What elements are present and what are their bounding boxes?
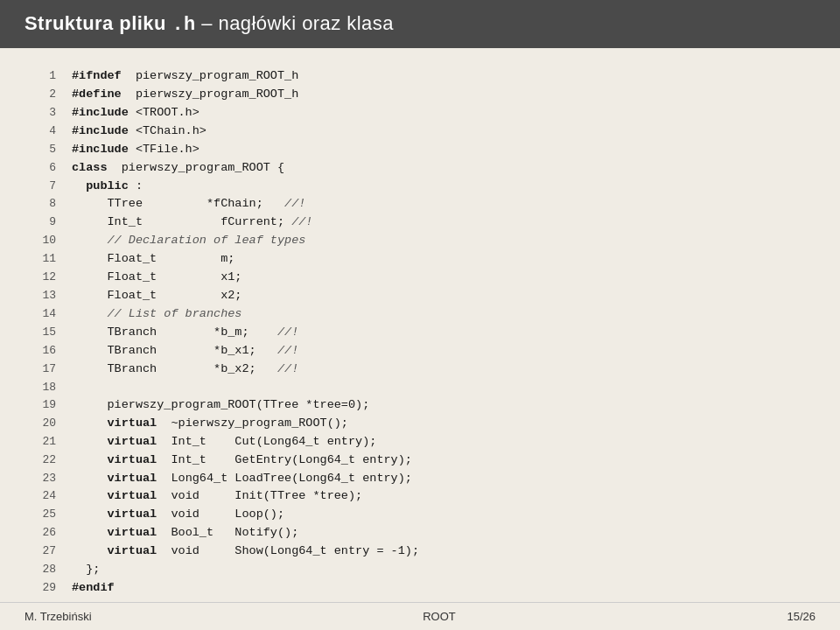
table-row: 20 virtual ~pierwszy_program_ROOT(); — [32, 415, 808, 433]
line-number: 5 — [32, 141, 56, 158]
line-number: 25 — [32, 506, 56, 523]
line-content: #endif — [72, 579, 115, 598]
table-row: 14 // List of branches — [32, 305, 808, 324]
table-row: 16 TBranch *b_x1; //! — [32, 342, 808, 360]
table-row: 11 Float_t m; — [32, 250, 808, 269]
line-content: virtual Bool_t Notify(); — [72, 524, 298, 542]
line-number: 24 — [32, 487, 56, 505]
line-content: }; — [72, 561, 100, 579]
slide-footer: M. Trzebiński ROOT 15/26 — [0, 602, 840, 630]
table-row: 9 Int_t fCurrent; //! — [32, 214, 808, 232]
line-number: 14 — [32, 305, 56, 323]
table-row: 12 Float_t x1; — [32, 269, 808, 287]
table-row: 25 virtual void Loop(); — [32, 506, 808, 524]
table-row: 2#define pierwszy_program_ROOT_h — [32, 86, 808, 104]
table-row: 23 virtual Long64_t LoadTree(Long64_t en… — [32, 470, 808, 488]
line-content: #define pierwszy_program_ROOT_h — [72, 86, 298, 104]
table-row: 19 pierwszy_program_ROOT(TTree *tree=0); — [32, 396, 808, 415]
line-content: virtual void Show(Long64_t entry = -1); — [72, 542, 419, 561]
line-number: 19 — [32, 396, 56, 414]
table-row: 29#endif — [32, 579, 808, 598]
line-content: Float_t x1; — [72, 269, 242, 287]
table-row: 4#include <TChain.h> — [32, 122, 808, 141]
line-number: 3 — [32, 104, 56, 122]
line-content: virtual ~pierwszy_program_ROOT(); — [72, 415, 348, 433]
line-number: 16 — [32, 342, 56, 360]
table-row: 18 — [32, 379, 808, 396]
table-row: 5#include <TFile.h> — [32, 141, 808, 159]
table-row: 1#ifndef pierwszy_program_ROOT_h — [32, 67, 808, 86]
slide-header: Struktura pliku .h – nagłówki oraz klasa — [0, 0, 840, 48]
line-number: 13 — [32, 287, 56, 304]
header-title-main: Struktura pliku — [24, 12, 172, 34]
table-row: 3#include <TROOT.h> — [32, 104, 808, 122]
line-number: 29 — [32, 579, 56, 597]
line-number: 23 — [32, 470, 56, 487]
line-number: 27 — [32, 542, 56, 560]
line-content: virtual Int_t Cut(Long64_t entry); — [72, 433, 376, 452]
table-row: 8 TTree *fChain; //! — [32, 195, 808, 214]
line-content: class pierwszy_program_ROOT { — [72, 159, 284, 178]
header-title: Struktura pliku .h – nagłówki oraz klasa — [24, 12, 394, 34]
table-row: 6class pierwszy_program_ROOT { — [32, 159, 808, 178]
line-content: virtual void Init(TTree *tree); — [72, 487, 362, 506]
table-row: 24 virtual void Init(TTree *tree); — [32, 487, 808, 506]
line-content: #include <TROOT.h> — [72, 104, 200, 122]
line-number: 11 — [32, 250, 56, 268]
line-content: TTree *fChain; //! — [72, 195, 305, 214]
line-content: Float_t x2; — [72, 287, 242, 305]
line-content: // List of branches — [72, 305, 242, 324]
header-title-code: .h — [172, 14, 195, 36]
table-row: 27 virtual void Show(Long64_t entry = -1… — [32, 542, 808, 561]
table-row: 15 TBranch *b_m; //! — [32, 324, 808, 342]
line-content: Float_t m; — [72, 250, 234, 269]
footer-page: 15/26 — [787, 610, 816, 623]
line-content: Int_t fCurrent; //! — [72, 214, 312, 232]
line-content: virtual void Loop(); — [72, 506, 284, 524]
line-number: 1 — [32, 67, 56, 85]
line-number: 20 — [32, 415, 56, 432]
line-content: #ifndef pierwszy_program_ROOT_h — [72, 67, 298, 86]
line-number: 18 — [32, 379, 56, 396]
line-content: TBranch *b_m; //! — [72, 324, 298, 342]
footer-author: M. Trzebiński — [24, 610, 92, 623]
table-row: 10 // Declaration of leaf types — [32, 232, 808, 250]
line-number: 9 — [32, 214, 56, 231]
line-number: 8 — [32, 195, 56, 213]
footer-center: ROOT — [423, 610, 456, 623]
table-row: 7 public : — [32, 178, 808, 196]
line-number: 17 — [32, 360, 56, 378]
line-number: 7 — [32, 178, 56, 195]
line-number: 28 — [32, 561, 56, 578]
line-number: 12 — [32, 269, 56, 286]
line-number: 10 — [32, 232, 56, 249]
line-content: #include <TFile.h> — [72, 141, 200, 159]
line-number: 22 — [32, 452, 56, 469]
line-content: TBranch *b_x2; //! — [72, 360, 298, 379]
table-row: 28 }; — [32, 561, 808, 579]
table-row: 17 TBranch *b_x2; //! — [32, 360, 808, 379]
line-content: #include <TChain.h> — [72, 122, 206, 141]
line-number: 4 — [32, 122, 56, 140]
line-content: // Declaration of leaf types — [72, 232, 305, 250]
code-block: 1#ifndef pierwszy_program_ROOT_h2#define… — [32, 67, 808, 598]
header-title-rest: – nagłówki oraz klasa — [196, 12, 394, 34]
line-number: 21 — [32, 433, 56, 451]
line-number: 6 — [32, 159, 56, 177]
line-number: 2 — [32, 86, 56, 103]
line-content: public : — [72, 178, 143, 196]
slide-content: 1#ifndef pierwszy_program_ROOT_h2#define… — [0, 48, 840, 602]
line-number: 26 — [32, 524, 56, 542]
line-content: pierwszy_program_ROOT(TTree *tree=0); — [72, 396, 369, 415]
line-content: virtual Int_t GetEntry(Long64_t entry); — [72, 452, 412, 470]
line-content: virtual Long64_t LoadTree(Long64_t entry… — [72, 470, 412, 488]
table-row: 13 Float_t x2; — [32, 287, 808, 305]
table-row: 26 virtual Bool_t Notify(); — [32, 524, 808, 542]
table-row: 22 virtual Int_t GetEntry(Long64_t entry… — [32, 452, 808, 470]
line-content: TBranch *b_x1; //! — [72, 342, 298, 360]
line-number: 15 — [32, 324, 56, 341]
table-row: 21 virtual Int_t Cut(Long64_t entry); — [32, 433, 808, 452]
